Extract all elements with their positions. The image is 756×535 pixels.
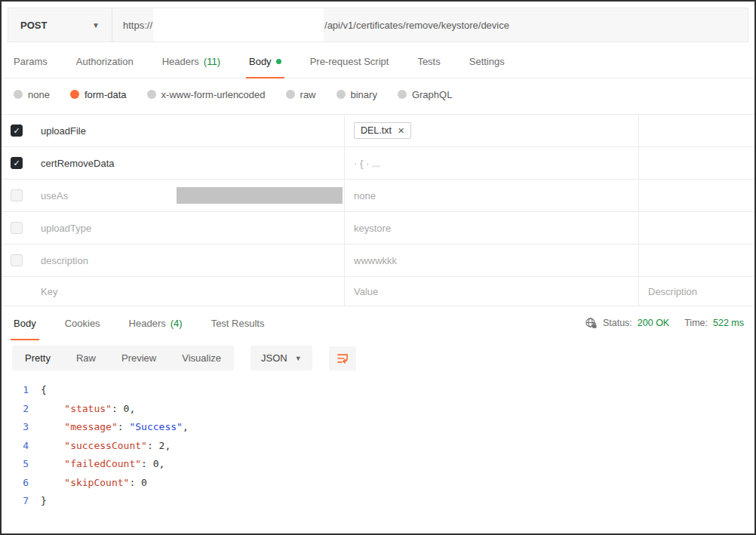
tab-label: Body bbox=[249, 56, 272, 67]
chevron-down-icon: ▼ bbox=[92, 21, 100, 29]
value-field[interactable]: · { · ... bbox=[344, 147, 638, 179]
status-badge: 200 OK bbox=[638, 318, 669, 328]
tab-label: Headers bbox=[129, 318, 166, 329]
description-field[interactable] bbox=[638, 115, 754, 146]
file-name: DEL.txt bbox=[361, 125, 392, 136]
line-number: 3 bbox=[2, 418, 29, 437]
value-text: · { · ... bbox=[354, 158, 380, 169]
tab-label: Params bbox=[14, 56, 48, 67]
code-line: "status": 0, bbox=[41, 400, 754, 419]
bodytype-graphql[interactable]: GraphQL bbox=[398, 89, 452, 100]
description-field[interactable] bbox=[638, 212, 754, 244]
tab-body[interactable]: Body bbox=[243, 45, 287, 78]
url-redacted-block bbox=[153, 8, 324, 42]
value-field[interactable]: Value bbox=[344, 277, 638, 306]
value-text: wwwwkkk bbox=[354, 255, 397, 266]
bodytype-label: raw bbox=[300, 89, 316, 100]
tab-params[interactable]: Params bbox=[8, 45, 54, 78]
value-field[interactable]: none bbox=[344, 180, 638, 211]
tab-pre-request-script[interactable]: Pre-request Script bbox=[304, 45, 395, 78]
value-text: none bbox=[354, 190, 376, 201]
format-dropdown[interactable]: JSON ▼ bbox=[250, 346, 312, 371]
tab-label: Cookies bbox=[65, 318, 100, 329]
description-field[interactable] bbox=[638, 147, 754, 179]
key-field[interactable]: uploadType bbox=[32, 212, 344, 244]
key-text: uploadFile bbox=[41, 125, 86, 137]
remove-file-icon[interactable]: ✕ bbox=[398, 126, 404, 136]
unsaved-dot-icon bbox=[276, 59, 281, 64]
view-mode-label: Visualize bbox=[182, 352, 221, 364]
line-number: 7 bbox=[2, 492, 29, 511]
view-mode-raw[interactable]: Raw bbox=[63, 346, 109, 371]
line-number: 1 bbox=[2, 381, 29, 400]
format-label: JSON bbox=[261, 352, 287, 364]
tab-tests[interactable]: Tests bbox=[411, 45, 446, 78]
response-tab-cookies[interactable]: Cookies bbox=[59, 306, 106, 340]
tab-label: Headers bbox=[162, 56, 199, 67]
bodytype-none[interactable]: none bbox=[14, 89, 50, 100]
bodytype-raw[interactable]: raw bbox=[286, 89, 316, 100]
tab-label: Authorization bbox=[76, 56, 134, 67]
code-line: "successCount": 2, bbox=[41, 437, 754, 456]
wrap-text-button[interactable] bbox=[329, 346, 356, 371]
line-number: 2 bbox=[2, 400, 29, 419]
value-field[interactable]: wwwwkkk bbox=[344, 244, 638, 276]
line-number: 4 bbox=[2, 437, 29, 456]
key-field[interactable]: Key bbox=[32, 277, 344, 306]
bodytype-x-www-form-urlencoded[interactable]: x-www-form-urlencoded bbox=[147, 89, 266, 100]
view-mode-pretty[interactable]: Pretty bbox=[12, 346, 63, 371]
table-row-useas: useAs none bbox=[2, 180, 754, 212]
key-field[interactable]: useAs bbox=[32, 180, 344, 211]
row-checkbox[interactable] bbox=[11, 254, 23, 266]
radio-icon bbox=[147, 90, 156, 99]
view-mode-preview[interactable]: Preview bbox=[109, 346, 169, 371]
tab-label: Tests bbox=[417, 56, 440, 67]
value-field[interactable]: keystore bbox=[344, 212, 638, 244]
time-value: 522 ms bbox=[713, 318, 744, 328]
value-placeholder: Value bbox=[354, 286, 378, 297]
tab-settings[interactable]: Settings bbox=[463, 45, 511, 78]
bodytype-form-data[interactable]: form-data bbox=[70, 89, 127, 100]
status-label: Status: bbox=[603, 318, 632, 328]
table-row-description: description wwwwkkk bbox=[2, 244, 754, 277]
key-text: useAs bbox=[41, 190, 68, 201]
radio-icon bbox=[14, 90, 23, 99]
view-mode-visualize[interactable]: Visualize bbox=[169, 346, 234, 371]
row-checkbox[interactable] bbox=[11, 157, 23, 169]
key-text: uploadType bbox=[41, 223, 91, 234]
code-line: "message": "Success", bbox=[41, 418, 754, 437]
key-field[interactable]: uploadFile bbox=[32, 115, 344, 146]
key-field[interactable]: description bbox=[32, 244, 344, 276]
file-chip[interactable]: DEL.txt ✕ bbox=[354, 122, 411, 139]
url-input[interactable]: https:// /api/v1/certificates/remove/key… bbox=[112, 8, 748, 42]
value-text: keystore bbox=[354, 223, 391, 234]
response-headers-count: (4) bbox=[171, 318, 183, 329]
tab-authorization[interactable]: Authorization bbox=[70, 45, 140, 78]
tab-headers[interactable]: Headers (11) bbox=[156, 45, 226, 78]
time-label: Time: bbox=[684, 318, 708, 328]
key-text: certRemoveData bbox=[41, 158, 115, 169]
description-field[interactable] bbox=[638, 244, 754, 276]
response-tab-test-results[interactable]: Test Results bbox=[205, 306, 271, 340]
method-dropdown[interactable]: POST ▼ bbox=[8, 8, 112, 42]
radio-icon bbox=[337, 90, 346, 99]
network-info-icon[interactable] bbox=[585, 317, 598, 330]
response-body-json[interactable]: 1234567 { "status": 0, "message": "Succe… bbox=[2, 378, 754, 511]
view-mode-label: Raw bbox=[76, 352, 96, 364]
description-field[interactable] bbox=[638, 180, 754, 211]
tab-label: Settings bbox=[469, 56, 505, 67]
wrap-text-icon bbox=[336, 352, 349, 365]
key-field[interactable]: certRemoveData bbox=[32, 147, 344, 179]
response-tab-body[interactable]: Body bbox=[8, 306, 42, 340]
row-checkbox[interactable] bbox=[11, 222, 23, 234]
view-mode-label: Preview bbox=[121, 352, 156, 364]
value-field[interactable]: DEL.txt ✕ bbox=[344, 115, 638, 146]
bodytype-binary[interactable]: binary bbox=[337, 89, 377, 100]
description-field[interactable]: Description bbox=[638, 277, 754, 306]
row-checkbox[interactable] bbox=[11, 189, 23, 201]
table-row-uploadtype: uploadType keystore bbox=[2, 212, 754, 244]
row-checkbox[interactable] bbox=[11, 125, 23, 137]
response-tab-headers[interactable]: Headers (4) bbox=[123, 306, 189, 340]
radio-icon bbox=[286, 90, 295, 99]
headers-count: (11) bbox=[204, 56, 220, 67]
